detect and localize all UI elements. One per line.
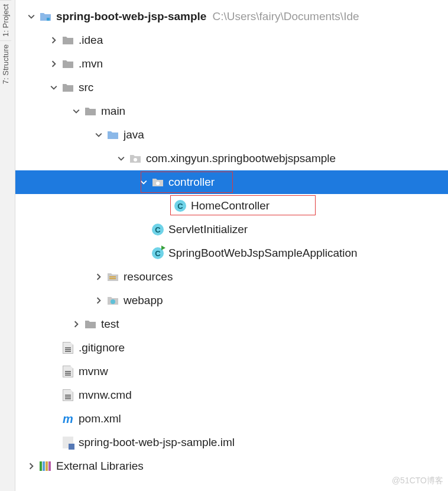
tree-label: resources: [124, 270, 173, 283]
chevron-down-icon[interactable]: [71, 106, 82, 117]
project-tab[interactable]: 1: Project: [0, 0, 11, 40]
tree-row-src[interactable]: src: [15, 76, 448, 99]
svg-rect-8: [46, 461, 48, 471]
svg-point-2: [156, 182, 160, 185]
module-icon: [39, 10, 52, 23]
tree-row-test[interactable]: test: [15, 312, 448, 336]
watermark: @51CTO博客: [392, 476, 443, 486]
folder-icon: [61, 57, 74, 70]
svg-rect-7: [43, 461, 45, 471]
project-tree: spring-boot-web-jsp-sample C:\Users\fair…: [15, 5, 448, 478]
chevron-right-icon[interactable]: [48, 35, 59, 46]
tree-label: test: [101, 318, 119, 331]
tree-row-external-libs[interactable]: External Libraries: [15, 454, 448, 478]
tree-label: controller: [168, 176, 215, 189]
svg-point-1: [134, 158, 137, 161]
tree-label: mvnw.cmd: [79, 389, 132, 402]
folder-icon: [84, 318, 97, 331]
chevron-right-icon[interactable]: [48, 59, 59, 69]
structure-tab[interactable]: 7: Structure: [0, 40, 11, 88]
tree-label: com.xingyun.springbootwebjspsample: [146, 152, 336, 165]
folder-icon: [84, 105, 97, 118]
package-icon: [129, 152, 142, 165]
chevron-down-icon[interactable]: [116, 153, 126, 164]
package-icon: [151, 176, 164, 189]
tree-row-app[interactable]: C SpringBootWebJspSampleApplication: [15, 241, 448, 265]
svg-rect-0: [47, 18, 50, 21]
file-icon: [61, 389, 74, 402]
tree-label: mvnw: [79, 365, 108, 378]
file-icon: [61, 341, 74, 354]
folder-icon: [61, 34, 74, 47]
tree-row-webapp[interactable]: webapp: [15, 289, 448, 312]
tree-row-mvn[interactable]: .mvn: [15, 52, 448, 76]
svg-rect-4: [109, 278, 116, 279]
svg-rect-3: [109, 276, 116, 277]
tree-row-controller[interactable]: controller: [15, 170, 448, 194]
web-folder-icon: [106, 294, 119, 307]
tree-label: main: [101, 105, 125, 118]
tree-label: spring-boot-web-jsp-sample.iml: [79, 436, 235, 449]
tree-row-gitignore[interactable]: .gitignore: [15, 336, 448, 360]
tree-row-servlet[interactable]: C ServletInitializer: [15, 218, 448, 241]
tree-label: pom.xml: [79, 412, 121, 425]
chevron-right-icon[interactable]: [93, 295, 104, 306]
chevron-right-icon[interactable]: [93, 272, 104, 282]
svg-rect-9: [48, 461, 51, 471]
tree-row-resources[interactable]: resources: [15, 265, 448, 289]
class-icon: C: [151, 223, 164, 236]
tree-row-mvnw[interactable]: mvnw: [15, 360, 448, 383]
chevron-right-icon[interactable]: [71, 319, 82, 330]
tree-row-package[interactable]: com.xingyun.springbootwebjspsample: [15, 147, 448, 170]
tree-row-mvnwcmd[interactable]: mvnw.cmd: [15, 383, 448, 407]
file-icon: [61, 365, 74, 378]
chevron-down-icon[interactable]: [48, 82, 59, 93]
chevron-down-icon[interactable]: [138, 177, 149, 188]
tree-row-java[interactable]: java: [15, 123, 448, 147]
tree-label: ServletInitializer: [168, 223, 248, 236]
libraries-icon: [39, 460, 52, 473]
tree-row-idea[interactable]: .idea: [15, 28, 448, 52]
tree-row-pom[interactable]: m pom.xml: [15, 407, 448, 431]
folder-icon: [61, 81, 74, 94]
chevron-down-icon[interactable]: [93, 130, 104, 140]
tree-row-root[interactable]: spring-boot-web-jsp-sample C:\Users\fair…: [15, 5, 448, 28]
tree-label: HomeController: [191, 199, 270, 212]
tree-label: java: [124, 128, 144, 141]
tree-label: SpringBootWebJspSampleApplication: [168, 247, 358, 260]
project-name: spring-boot-web-jsp-sample: [56, 10, 206, 23]
chevron-right-icon[interactable]: [26, 461, 37, 471]
tree-row-main[interactable]: main: [15, 99, 448, 123]
tree-label: External Libraries: [56, 460, 144, 473]
tree-label: .mvn: [79, 57, 103, 70]
tree-row-homecontroller[interactable]: C HomeController: [15, 194, 448, 218]
class-icon: C: [174, 199, 187, 212]
svg-rect-6: [40, 461, 42, 471]
runnable-class-icon: C: [151, 247, 164, 260]
project-path: C:\Users\fairy\Documents\Ide: [212, 10, 359, 23]
tree-label: .idea: [79, 34, 103, 47]
chevron-down-icon[interactable]: [26, 11, 37, 22]
idea-file-icon: [61, 436, 74, 449]
tree-label: src: [79, 81, 93, 94]
side-tabs: 1: Project 7: Structure: [0, 0, 15, 491]
tree-row-iml[interactable]: spring-boot-web-jsp-sample.iml: [15, 431, 448, 454]
source-folder-icon: [106, 128, 119, 141]
resources-folder-icon: [106, 270, 119, 283]
maven-icon: m: [61, 412, 74, 425]
tree-label: .gitignore: [79, 341, 125, 354]
svg-point-5: [111, 299, 115, 304]
tree-label: webapp: [124, 294, 163, 307]
